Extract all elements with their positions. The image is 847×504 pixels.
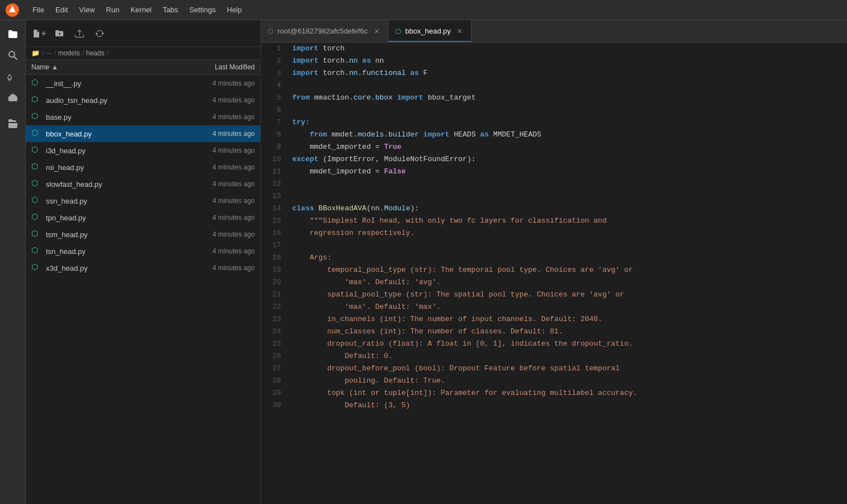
line-code: regression respectively. — [288, 227, 847, 239]
breadcrumb-ellipsis[interactable]: ··· — [46, 49, 52, 57]
line-code: try: — [288, 116, 847, 129]
file-item[interactable]: ⬡ roi_head.py 4 minutes ago — [26, 159, 260, 176]
line-number: 14 — [261, 202, 288, 215]
code-line: 23 in_channels (int): The number of inpu… — [261, 313, 847, 326]
line-number: 28 — [261, 375, 288, 387]
file-name: ssn_head.py — [46, 197, 176, 205]
file-time: 4 minutes ago — [176, 230, 255, 238]
code-editor[interactable]: 1import torch2import torch.nn as nn3impo… — [261, 43, 847, 504]
line-number: 7 — [261, 116, 288, 129]
line-number: 24 — [261, 326, 288, 338]
py-file-icon: ⬡ — [31, 95, 43, 106]
line-code — [288, 104, 847, 116]
code-line: 7try: — [261, 116, 847, 129]
col-modified-header[interactable]: Last Modified — [176, 63, 255, 71]
menu-file[interactable]: File — [27, 3, 50, 16]
file-panel: + 📁 / ··· / models / heads / — [26, 20, 261, 504]
code-line: 1import torch — [261, 43, 847, 55]
refresh-btn[interactable] — [92, 26, 107, 41]
sidebar-folder-btn[interactable] — [3, 25, 22, 44]
py-file-icon: ⬡ — [31, 229, 43, 240]
line-code — [288, 239, 847, 252]
app-logo — [4, 2, 20, 18]
file-item[interactable]: ⬡ tsm_head.py 4 minutes ago — [26, 226, 260, 243]
file-item[interactable]: ⬡ tpn_head.py 4 minutes ago — [26, 209, 260, 226]
menu-help[interactable]: Help — [221, 3, 247, 16]
breadcrumb-models[interactable]: models — [58, 49, 80, 57]
line-number: 20 — [261, 276, 288, 289]
file-item[interactable]: ⬡ audio_tsn_head.py 4 minutes ago — [26, 92, 260, 109]
sidebar-search-btn[interactable] — [3, 46, 22, 65]
code-line: 6 — [261, 104, 847, 116]
file-item[interactable]: ⬡ slowfast_head.py 4 minutes ago — [26, 176, 260, 192]
file-item[interactable]: ⬡ ssn_head.py 4 minutes ago — [26, 192, 260, 209]
menu-view[interactable]: View — [73, 3, 100, 16]
new-file-btn[interactable]: + — [31, 26, 47, 41]
line-code: import torch.nn as nn — [288, 55, 847, 67]
file-time: 4 minutes ago — [176, 79, 255, 87]
line-number: 9 — [261, 141, 288, 153]
file-time: 4 minutes ago — [176, 130, 255, 138]
file-item[interactable]: ⬡ tsn_head.py 4 minutes ago — [26, 243, 260, 260]
code-line: 28 pooling. Default: True. — [261, 375, 847, 387]
line-number: 27 — [261, 362, 288, 375]
py-file-icon: ⬡ — [31, 78, 43, 89]
new-folder-btn[interactable] — [52, 26, 67, 41]
line-number: 13 — [261, 190, 288, 202]
code-line: 19 temporal_pool_type (str): The tempora… — [261, 264, 847, 276]
code-table: 1import torch2import torch.nn as nn3impo… — [261, 43, 847, 412]
tab-terminal-close[interactable]: ✕ — [372, 27, 381, 36]
menu-tabs[interactable]: Tabs — [157, 3, 184, 16]
sidebar-folder2-btn[interactable] — [3, 114, 22, 133]
breadcrumb-folder-icon[interactable]: 📁 — [31, 49, 40, 57]
code-line: 4 — [261, 79, 847, 92]
tab-bbox-head[interactable]: ⬡ bbox_head.py ✕ — [389, 20, 472, 42]
col-name-header[interactable]: Name ▲ — [31, 63, 176, 71]
menu-bar: File Edit View Run Kernel Tabs Settings … — [0, 0, 847, 20]
file-item[interactable]: ⬡ x3d_head.py 4 minutes ago — [26, 260, 260, 276]
py-file-icon: ⬡ — [31, 111, 43, 123]
code-line: 16 regression respectively. — [261, 227, 847, 239]
upload-btn[interactable] — [72, 26, 87, 41]
sidebar-extensions-btn[interactable] — [3, 88, 22, 107]
line-code: class BBoxHeadAVA(nn.Module): — [288, 202, 847, 215]
icon-sidebar — [0, 20, 26, 504]
line-number: 5 — [261, 92, 288, 104]
line-code: topk (int or tuple[int]): Parameter for … — [288, 387, 847, 399]
line-number: 8 — [261, 129, 288, 141]
line-code: dropout_before_pool (bool): Dropout Feat… — [288, 362, 847, 375]
line-code — [288, 190, 847, 202]
menu-kernel[interactable]: Kernel — [125, 3, 157, 16]
tab-bbox-head-close[interactable]: ✕ — [455, 27, 464, 36]
line-number: 12 — [261, 178, 288, 190]
line-number: 21 — [261, 289, 288, 301]
menu-settings[interactable]: Settings — [184, 3, 221, 16]
file-item-active[interactable]: ⬡ bbox_head.py 4 minutes ago — [26, 125, 260, 142]
code-line: 21 spatial_pool_type (str): The spatial … — [261, 289, 847, 301]
menu-edit[interactable]: Edit — [50, 3, 73, 16]
py-file-icon: ⬡ — [31, 178, 43, 190]
file-time: 4 minutes ago — [176, 214, 255, 222]
line-code — [288, 79, 847, 92]
code-line: 14class BBoxHeadAVA(nn.Module): — [261, 202, 847, 215]
line-code: 'max'. Default: 'max'. — [288, 301, 847, 313]
line-number: 22 — [261, 301, 288, 313]
file-item[interactable]: ⬡ base.py 4 minutes ago — [26, 109, 260, 125]
tab-terminal[interactable]: ⬡ root@61827982afc5defef6c ✕ — [261, 20, 389, 42]
line-code: mmdet_imported = True — [288, 141, 847, 153]
code-line: 15 """Simplest RoI head, with only two f… — [261, 215, 847, 227]
breadcrumb-heads[interactable]: heads — [86, 49, 105, 57]
menu-run[interactable]: Run — [100, 3, 125, 16]
file-name: x3d_head.py — [46, 264, 176, 272]
line-number: 23 — [261, 313, 288, 326]
line-code — [288, 178, 847, 190]
line-code: from mmaction.core.bbox import bbox_targ… — [288, 92, 847, 104]
file-time: 4 minutes ago — [176, 247, 255, 255]
sidebar-git-btn[interactable] — [3, 67, 22, 86]
file-item[interactable]: ⬡ i3d_head.py 4 minutes ago — [26, 142, 260, 159]
file-item[interactable]: ⬡ __init__.py 4 minutes ago — [26, 75, 260, 92]
code-line: 17 — [261, 239, 847, 252]
file-name: tpn_head.py — [46, 214, 176, 222]
code-line: 8 from mmdet.models.builder import HEADS… — [261, 129, 847, 141]
code-line: 29 topk (int or tuple[int]): Parameter f… — [261, 387, 847, 399]
